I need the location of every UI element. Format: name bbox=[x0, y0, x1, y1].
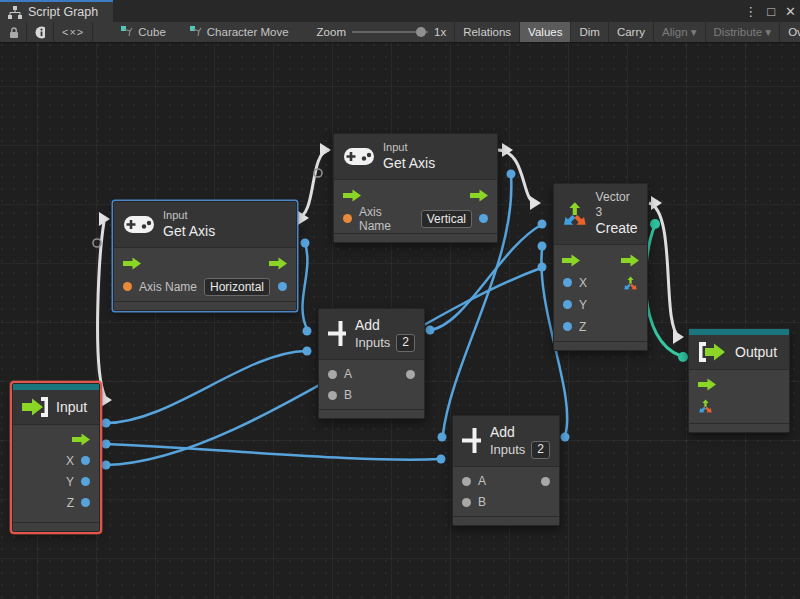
node-title: Add bbox=[355, 316, 415, 334]
port-x-out[interactable] bbox=[81, 456, 90, 465]
flow-out-port[interactable] bbox=[72, 433, 90, 446]
value-out-port[interactable] bbox=[479, 214, 488, 223]
axis-name-field[interactable]: Horizontal bbox=[204, 278, 270, 296]
toolbar-button-overview[interactable]: Overv bbox=[780, 22, 800, 43]
flow-in-port[interactable] bbox=[123, 257, 141, 270]
axis-name-label: Axis Name bbox=[139, 280, 197, 294]
port-b-in[interactable] bbox=[328, 391, 337, 400]
port-b-label: B bbox=[344, 388, 352, 402]
plus-icon bbox=[462, 428, 481, 453]
inputs-count-field[interactable]: 2 bbox=[396, 334, 415, 352]
flow-in-port[interactable] bbox=[343, 189, 361, 202]
zoom-label: Zoom bbox=[317, 26, 346, 38]
sum-out-port[interactable] bbox=[406, 370, 415, 379]
code-icon: <×> bbox=[62, 26, 84, 38]
axis-name-port[interactable] bbox=[123, 282, 132, 291]
graph-node-icon bbox=[190, 26, 202, 38]
node-add-2[interactable]: Add Inputs 2 A B bbox=[452, 415, 560, 526]
flow-in-port[interactable] bbox=[562, 254, 580, 267]
inputs-count-field[interactable]: 2 bbox=[531, 441, 550, 459]
node-output[interactable]: Output bbox=[688, 328, 790, 433]
flow-in-port[interactable] bbox=[698, 378, 716, 391]
breadcrumb-cube[interactable]: Cube bbox=[121, 26, 166, 38]
maximize-icon[interactable]: □ bbox=[767, 4, 775, 19]
value-out-port[interactable] bbox=[278, 282, 287, 291]
flow-out-port[interactable] bbox=[269, 257, 287, 270]
vector3-in-port[interactable] bbox=[698, 399, 713, 413]
toolbar-button-distribute[interactable]: Distribute ▾ bbox=[706, 22, 780, 43]
port-y-in[interactable] bbox=[563, 300, 572, 309]
node-category: Vector 3 bbox=[596, 190, 639, 220]
inputs-label: Inputs bbox=[490, 442, 525, 459]
flow-out-port[interactable] bbox=[470, 189, 488, 202]
wire-vector3-to-output bbox=[649, 203, 679, 337]
axis-name-label: Axis Name bbox=[359, 205, 414, 233]
sum-out-port[interactable] bbox=[541, 477, 550, 486]
script-graph-icon bbox=[8, 6, 22, 19]
node-title: Get Axis bbox=[163, 223, 215, 241]
tab-title: Script Graph bbox=[28, 5, 98, 19]
node-footer bbox=[554, 341, 647, 350]
port-a-label: A bbox=[478, 474, 486, 488]
port-a-label: A bbox=[344, 367, 352, 381]
graph-canvas[interactable]: Input Get Axis Axis Name Vertical Input bbox=[0, 43, 800, 599]
port-x-label: X bbox=[579, 276, 587, 290]
toolbar-button-dim[interactable]: Dim bbox=[571, 22, 607, 43]
port-b-label: B bbox=[478, 495, 486, 509]
node-get-axis-vertical[interactable]: Input Get Axis Axis Name Vertical bbox=[333, 133, 498, 243]
graph-toolbar: <×> Cube Character Move Zoom 1x Relation… bbox=[0, 22, 800, 43]
info-button[interactable] bbox=[27, 22, 53, 43]
node-input[interactable]: Input X Y Z bbox=[12, 383, 100, 532]
port-x-in[interactable] bbox=[563, 278, 572, 287]
port-b-in[interactable] bbox=[462, 498, 471, 507]
output-icon bbox=[698, 341, 726, 363]
wire-input-x-to-add1-b bbox=[106, 351, 306, 423]
graph-node-icon bbox=[121, 26, 133, 38]
plus-icon bbox=[328, 321, 346, 346]
lock-button[interactable] bbox=[0, 22, 26, 43]
port-a-in[interactable] bbox=[328, 370, 337, 379]
flow-out-port[interactable] bbox=[621, 254, 639, 267]
node-category: Input bbox=[383, 141, 435, 155]
port-z-out[interactable] bbox=[81, 498, 90, 507]
port-z-in[interactable] bbox=[563, 322, 572, 331]
vector-wire-caps bbox=[650, 219, 688, 362]
wire-vector3-result-to-output bbox=[645, 225, 681, 356]
axis-name-port[interactable] bbox=[343, 214, 352, 223]
tab-script-graph[interactable]: Script Graph bbox=[0, 0, 113, 22]
close-icon[interactable]: ✕ bbox=[785, 4, 796, 19]
toolbar-button-carry[interactable]: Carry bbox=[609, 22, 653, 43]
vector3-out-port[interactable] bbox=[623, 276, 638, 290]
zoom-slider[interactable] bbox=[352, 26, 428, 38]
wire-input-to-getaxis-horizontal bbox=[98, 222, 105, 397]
toolbar-button-align[interactable]: Align ▾ bbox=[654, 22, 705, 43]
gamepad-icon bbox=[124, 216, 154, 233]
wire-horizontal-value-to-add1-a bbox=[302, 243, 307, 329]
wire-input-y-to-add2-b bbox=[106, 444, 440, 460]
toolbar-button-values[interactable]: Values bbox=[520, 22, 570, 43]
node-title: Output bbox=[735, 344, 777, 360]
wire-getaxis-horizontal-to-getaxis-vertical bbox=[297, 150, 329, 218]
port-x-label: X bbox=[66, 454, 74, 468]
port-z-label: Z bbox=[579, 320, 586, 334]
zoom-slider-knob[interactable] bbox=[416, 27, 426, 37]
port-z-label: Z bbox=[67, 496, 74, 510]
window-menu-icon[interactable]: ⋮ bbox=[744, 4, 757, 19]
info-icon bbox=[35, 26, 45, 39]
node-add-1[interactable]: Add Inputs 2 A B bbox=[318, 308, 425, 419]
node-get-axis-horizontal[interactable]: Input Get Axis Axis Name Horizontal bbox=[113, 201, 297, 311]
toolbar-button-relations[interactable]: Relations bbox=[455, 22, 519, 43]
lock-icon bbox=[8, 26, 18, 39]
node-title: Get Axis bbox=[383, 155, 435, 173]
port-y-out[interactable] bbox=[81, 477, 90, 486]
node-footer bbox=[689, 423, 789, 432]
wire-getaxis-vertical-to-vector3 bbox=[498, 150, 536, 203]
breadcrumb-character-move[interactable]: Character Move bbox=[190, 26, 289, 38]
node-vector3-create[interactable]: Vector 3 Create X Y Z bbox=[553, 183, 648, 351]
code-view-button[interactable]: <×> bbox=[54, 22, 92, 43]
node-title: Input bbox=[56, 399, 87, 415]
port-y-label: Y bbox=[66, 475, 74, 489]
axis-name-field[interactable]: Vertical bbox=[421, 210, 472, 228]
port-a-in[interactable] bbox=[462, 477, 471, 486]
vector3-icon bbox=[562, 201, 588, 226]
